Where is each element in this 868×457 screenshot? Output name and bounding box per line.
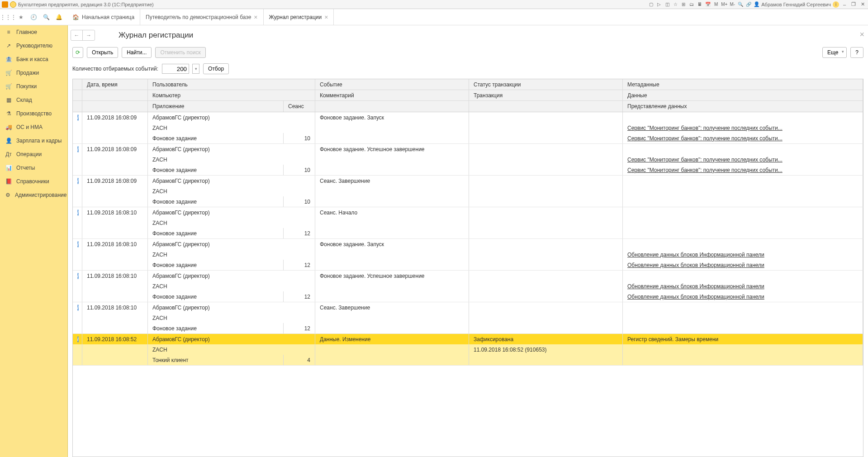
cell-data — [623, 313, 863, 323]
sidebar-item-7[interactable]: 🚚ОС и НМА — [0, 120, 67, 134]
tb-icon-calc[interactable]: 🖩 — [697, 1, 703, 8]
cell-data[interactable]: Сервис "Мониторинг банков": получение по… — [623, 123, 863, 133]
apps-icon[interactable]: ⋮⋮⋮ — [2, 9, 14, 25]
close-page-icon[interactable]: × — [859, 30, 864, 39]
search-icon[interactable]: 🔍 — [40, 9, 52, 25]
cell-data-repr[interactable]: Обновление данных блоков Информационной … — [623, 291, 863, 302]
tb-icon-4[interactable]: ☆ — [672, 1, 678, 8]
tab-1[interactable]: Путеводитель по демонстрационной базе× — [140, 9, 263, 25]
cell-comment — [315, 249, 469, 260]
nav-forward-button[interactable]: → — [83, 30, 95, 40]
user-label[interactable]: 👤 Абрамов Геннадий Сергеевич — [754, 1, 831, 7]
cell-data-repr[interactable]: Сервис "Мониторинг банков": получение по… — [623, 165, 863, 175]
sidebar-item-6[interactable]: ⚗Производство — [0, 107, 67, 120]
tab-close-icon[interactable]: × — [324, 14, 328, 21]
sidebar-item-2[interactable]: 🏦Банк и касса — [0, 52, 67, 66]
dropdown-icon[interactable] — [10, 1, 16, 8]
tb-icon-2[interactable]: ▷ — [656, 1, 662, 8]
sidebar-item-11[interactable]: 📕Справочники — [0, 175, 67, 188]
tab-close-icon[interactable]: × — [254, 14, 257, 21]
sidebar-item-1[interactable]: ↗Руководителю — [0, 39, 67, 52]
sidebar-item-10[interactable]: 📊Отчеты — [0, 161, 67, 175]
grid-body[interactable]: i11.09.2018 16:08:09АбрамовГС (директор)… — [73, 112, 863, 457]
cell-data[interactable]: Обновление данных блоков Информационной … — [623, 281, 863, 291]
filter-button[interactable]: Отбор — [203, 63, 229, 74]
cell-data-repr[interactable]: Обновление данных блоков Информационной … — [623, 260, 863, 270]
col-session[interactable]: Сеанс — [284, 101, 315, 112]
table-row[interactable]: i11.09.2018 16:08:10АбрамовГС (директор)… — [73, 302, 863, 334]
cell-computer: ZACH — [148, 123, 315, 133]
col-app[interactable]: Приложение — [148, 101, 284, 112]
tab-0[interactable]: 🏠Начальная страница — [67, 9, 140, 25]
cell-user: АбрамовГС (директор) — [148, 176, 315, 186]
sidebar-item-8[interactable]: 👤Зарплата и кадры — [0, 134, 67, 148]
close-icon[interactable]: ✕ — [859, 1, 866, 8]
sidebar-icon: ≡ — [5, 29, 12, 35]
row-info-icon: i — [73, 334, 82, 344]
star-icon[interactable]: ★ — [14, 9, 27, 25]
table-row[interactable]: i11.09.2018 16:08:52АбрамовГС (директор)… — [73, 334, 863, 366]
cell-data[interactable]: Обновление данных блоков Информационной … — [623, 249, 863, 260]
bell-icon[interactable]: 🔔 — [52, 9, 65, 25]
cell-data-repr[interactable]: Сервис "Мониторинг банков": получение по… — [623, 133, 863, 143]
sidebar-icon: ⚗ — [5, 110, 12, 117]
count-input[interactable] — [162, 64, 189, 74]
col-metadata[interactable]: Метаданные — [623, 79, 863, 90]
help-button[interactable]: ? — [850, 47, 863, 58]
tb-icon-cal[interactable]: 📅 — [705, 1, 711, 8]
count-dropdown-icon[interactable]: ▾ — [192, 64, 199, 74]
cell-metadata — [623, 112, 863, 123]
open-button[interactable]: Открыть — [87, 47, 118, 58]
col-user[interactable]: Пользователь — [148, 79, 315, 90]
sidebar-item-4[interactable]: 🛒Покупки — [0, 80, 67, 93]
sidebar-item-9[interactable]: ДтОперации — [0, 148, 67, 161]
history-icon[interactable]: 🕘 — [27, 9, 40, 25]
sidebar-item-12[interactable]: ⚙Администрирование — [0, 188, 67, 202]
zoom-icon[interactable]: 🔍 — [737, 1, 744, 8]
restore-icon[interactable]: ❐ — [850, 1, 857, 8]
col-transaction[interactable]: Транзакция — [469, 90, 623, 100]
table-row[interactable]: i11.09.2018 16:08:10АбрамовГС (директор)… — [73, 239, 863, 271]
tb-icon-5[interactable]: ⊞ — [680, 1, 687, 8]
memory-mplus[interactable]: M+ — [721, 1, 727, 8]
sidebar-item-5[interactable]: ▦Склад — [0, 93, 67, 107]
info-icon[interactable]: i — [833, 1, 839, 8]
table-row[interactable]: i11.09.2018 16:08:09АбрамовГС (директор)… — [73, 144, 863, 176]
tb-icon-6[interactable]: 🗂 — [688, 1, 695, 8]
cell-status — [469, 144, 623, 154]
col-date[interactable]: Дата, время — [82, 79, 148, 90]
find-button[interactable]: Найти... — [122, 47, 152, 58]
refresh-button[interactable]: ⟳ — [72, 47, 83, 58]
memory-mminus[interactable]: M- — [729, 1, 735, 8]
sidebar-item-0[interactable]: ≡Главное — [0, 25, 67, 39]
tb-icon-3[interactable]: ◫ — [664, 1, 670, 8]
sidebar-item-label: Зарплата и кадры — [16, 138, 62, 144]
sidebar-item-3[interactable]: 🛒Продажи — [0, 66, 67, 80]
cell-date: 11.09.2018 16:08:09 — [82, 176, 148, 186]
cancel-search-button[interactable]: Отменить поиск — [155, 47, 205, 58]
tab-2[interactable]: Журнал регистрации× — [264, 9, 334, 25]
col-icon[interactable] — [73, 79, 82, 90]
memory-m[interactable]: M — [713, 1, 719, 8]
col-computer[interactable]: Компьютер — [148, 90, 315, 100]
link-icon[interactable]: 🔗 — [745, 1, 752, 8]
tb-icon-1[interactable]: ▢ — [648, 1, 654, 8]
col-event[interactable]: Событие — [315, 79, 469, 90]
col-data[interactable]: Данные — [623, 90, 863, 100]
minimize-icon[interactable]: – — [841, 1, 848, 8]
table-row[interactable]: i11.09.2018 16:08:10АбрамовГС (директор)… — [73, 207, 863, 239]
cell-data[interactable]: Сервис "Мониторинг банков": получение по… — [623, 154, 863, 165]
nav-back-button[interactable]: ← — [71, 30, 83, 40]
cell-comment — [315, 123, 469, 133]
col-comment[interactable]: Комментарий — [315, 90, 469, 100]
col-status[interactable]: Статус транзакции — [469, 79, 623, 90]
table-row[interactable]: i11.09.2018 16:08:10АбрамовГС (директор)… — [73, 271, 863, 302]
sidebar-icon: 🛒 — [5, 83, 12, 90]
cell-event: Сеанс. Начало — [315, 207, 469, 218]
more-button[interactable]: Еще — [822, 47, 847, 58]
sidebar-item-label: Производство — [16, 110, 52, 117]
col-data-repr[interactable]: Представление данных — [623, 101, 863, 112]
table-row[interactable]: i11.09.2018 16:08:09АбрамовГС (директор)… — [73, 176, 863, 207]
cell-user: АбрамовГС (директор) — [148, 239, 315, 249]
table-row[interactable]: i11.09.2018 16:08:09АбрамовГС (директор)… — [73, 112, 863, 144]
